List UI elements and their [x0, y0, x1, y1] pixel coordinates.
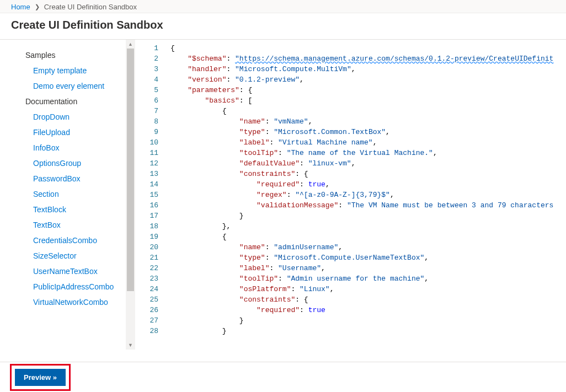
line-number: 11 — [135, 148, 170, 158]
sidebar-item[interactable]: VirtualNetworkCombo — [0, 294, 126, 310]
breadcrumb-home-link[interactable]: Home — [11, 3, 30, 11]
footer-bar: Preview » — [0, 362, 566, 392]
code-line[interactable]: "name": "adminUsername", — [170, 242, 566, 253]
code-line[interactable]: "type": "Microsoft.Common.TextBox", — [170, 127, 566, 137]
line-number: 3 — [135, 64, 170, 74]
line-number: 26 — [135, 305, 170, 315]
code-line[interactable]: "validationMessage": "The VM Name must b… — [170, 200, 566, 211]
sidebar-item[interactable]: Empty template — [0, 63, 126, 78]
scroll-up-icon[interactable]: ▲ — [126, 40, 135, 49]
line-number: 17 — [135, 211, 170, 221]
code-line[interactable]: { — [170, 43, 566, 53]
code-line[interactable]: "constraints": { — [170, 294, 566, 305]
line-number: 6 — [135, 95, 170, 106]
breadcrumb-current: Create UI Definition Sandbox — [44, 3, 137, 11]
line-number-gutter: 1234567891011121314151617181920212223242… — [135, 40, 170, 350]
sidebar-item[interactable]: Section — [0, 186, 126, 202]
line-number: 4 — [135, 74, 170, 85]
code-line[interactable]: "$schema": "https://schema.management.az… — [170, 53, 566, 64]
code-line[interactable]: } — [170, 211, 566, 221]
sidebar-item[interactable]: OptionsGroup — [0, 155, 126, 171]
sidebar-item[interactable]: TextBox — [0, 217, 126, 233]
page-title: Create UI Definition Sandbox — [0, 13, 566, 40]
code-line[interactable]: "toolTip": "Admin username for the machi… — [170, 273, 566, 284]
line-number: 22 — [135, 263, 170, 273]
code-line[interactable]: "parameters": { — [170, 85, 566, 95]
line-number: 10 — [135, 137, 170, 148]
line-number: 19 — [135, 232, 170, 242]
line-number: 13 — [135, 169, 170, 179]
code-line[interactable]: "name": "vmName", — [170, 116, 566, 127]
line-number: 21 — [135, 253, 170, 263]
sidebar-item[interactable]: CredentialsCombo — [0, 233, 126, 248]
breadcrumb: Home ❯ Create UI Definition Sandbox — [0, 0, 566, 13]
code-line[interactable]: "required": true, — [170, 179, 566, 190]
sidebar-section-header[interactable]: Samples — [0, 47, 126, 63]
code-line[interactable]: { — [170, 106, 566, 116]
main-area: SamplesEmpty templateDemo every elementD… — [0, 40, 566, 350]
sidebar-item[interactable]: Demo every element — [0, 78, 126, 94]
line-number: 14 — [135, 179, 170, 190]
sidebar: SamplesEmpty templateDemo every elementD… — [0, 40, 126, 350]
code-line[interactable]: "regex": "^[a-z0-9A-Z-]{3,79}$", — [170, 190, 566, 200]
annotation-highlight: Preview » — [10, 364, 71, 391]
code-editor[interactable]: 1234567891011121314151617181920212223242… — [135, 40, 566, 350]
line-number: 5 — [135, 85, 170, 95]
scroll-down-icon[interactable]: ▼ — [126, 341, 135, 350]
sidebar-scrollbar[interactable]: ▲ ▼ — [126, 40, 135, 350]
sidebar-section-header[interactable]: Documentation — [0, 94, 126, 109]
line-number: 18 — [135, 221, 170, 232]
code-line[interactable]: "basics": [ — [170, 95, 566, 106]
line-number: 1 — [135, 43, 170, 53]
line-number: 23 — [135, 273, 170, 284]
code-line[interactable]: } — [170, 326, 566, 336]
code-line[interactable]: "constraints": { — [170, 169, 566, 179]
line-number: 15 — [135, 190, 170, 200]
line-number: 8 — [135, 116, 170, 127]
sidebar-item[interactable]: UserNameTextBox — [0, 264, 126, 279]
chevron-right-icon: ❯ — [35, 3, 40, 10]
code-line[interactable]: }, — [170, 221, 566, 232]
line-number: 24 — [135, 284, 170, 294]
code-line[interactable]: { — [170, 232, 566, 242]
code-line[interactable]: "required": true — [170, 305, 566, 315]
line-number: 20 — [135, 242, 170, 253]
sidebar-item[interactable]: InfoBox — [0, 140, 126, 155]
code-line[interactable]: "version": "0.1.2-preview", — [170, 74, 566, 85]
line-number: 16 — [135, 200, 170, 211]
code-line[interactable]: "label": "Virtual Machine name", — [170, 137, 566, 148]
code-line[interactable]: } — [170, 315, 566, 326]
code-content[interactable]: { "$schema": "https://schema.management.… — [170, 40, 566, 350]
line-number: 7 — [135, 106, 170, 116]
sidebar-item[interactable]: SizeSelector — [0, 248, 126, 264]
sidebar-item[interactable]: FileUpload — [0, 125, 126, 140]
line-number: 9 — [135, 127, 170, 137]
sidebar-wrap: SamplesEmpty templateDemo every elementD… — [0, 40, 135, 350]
line-number: 25 — [135, 294, 170, 305]
line-number: 28 — [135, 326, 170, 336]
sidebar-item[interactable]: TextBlock — [0, 202, 126, 217]
scrollbar-thumb[interactable] — [127, 49, 134, 291]
code-line[interactable]: "defaultValue": "linux-vm", — [170, 158, 566, 169]
code-line[interactable]: "toolTip": "The name of the Virtual Mach… — [170, 148, 566, 158]
sidebar-item[interactable]: PublicIpAddressCombo — [0, 279, 126, 294]
line-number: 27 — [135, 315, 170, 326]
preview-button[interactable]: Preview » — [15, 369, 66, 386]
code-line[interactable]: "label": "Username", — [170, 263, 566, 273]
sidebar-item[interactable]: PasswordBox — [0, 171, 126, 186]
code-line[interactable]: "type": "Microsoft.Compute.UserNameTextB… — [170, 253, 566, 263]
code-line[interactable]: "osPlatform": "Linux", — [170, 284, 566, 294]
line-number: 12 — [135, 158, 170, 169]
line-number: 2 — [135, 53, 170, 64]
code-line[interactable]: "handler": "Microsoft.Compute.MultiVm", — [170, 64, 566, 74]
sidebar-item[interactable]: DropDown — [0, 109, 126, 125]
